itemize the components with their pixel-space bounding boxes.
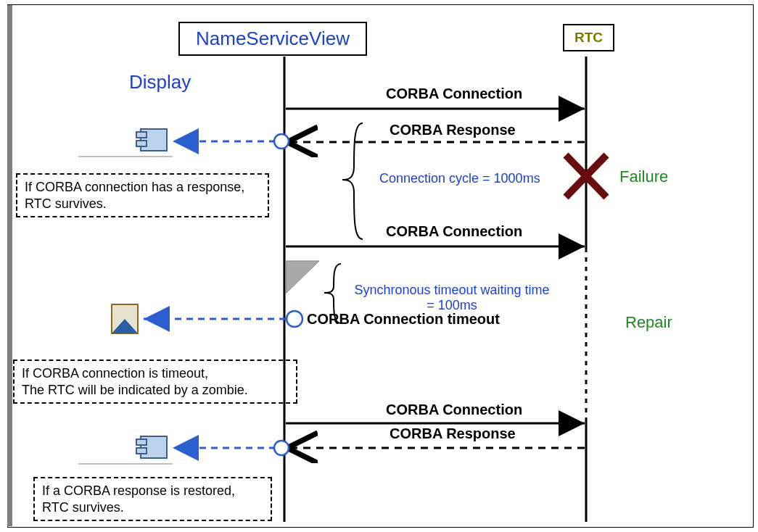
brace-sync-timeout bbox=[324, 264, 341, 323]
endpoint-circle-3 bbox=[274, 441, 289, 455]
timeout-triangle-icon bbox=[286, 261, 319, 294]
endpoint-circle-2 bbox=[287, 311, 302, 327]
zombie-icon bbox=[112, 304, 138, 333]
component-icon-1 bbox=[78, 129, 173, 157]
component-icon-3 bbox=[78, 436, 173, 464]
endpoint-circle-1 bbox=[274, 134, 289, 149]
svg-rect-9 bbox=[136, 448, 147, 454]
svg-rect-4 bbox=[136, 141, 147, 146]
brace-cycle bbox=[342, 123, 363, 239]
svg-rect-3 bbox=[136, 132, 147, 138]
diagram-svg bbox=[0, 0, 758, 532]
svg-rect-8 bbox=[136, 439, 147, 445]
